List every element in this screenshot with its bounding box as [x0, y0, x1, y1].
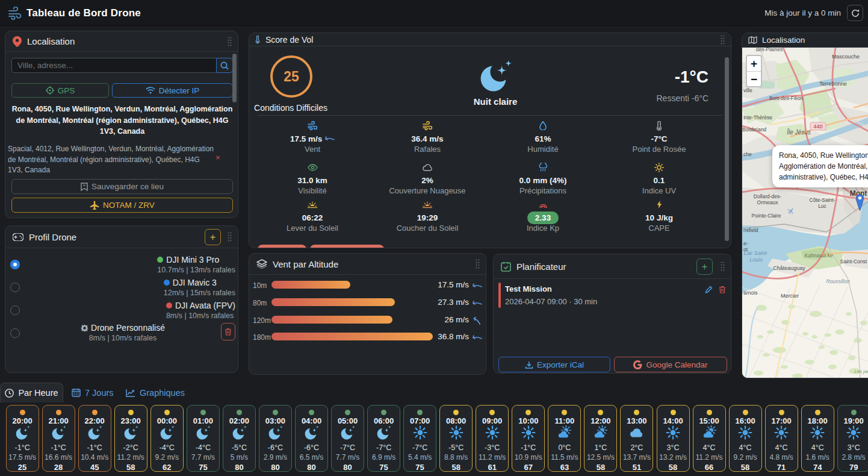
svg-text:Ormeaux: Ormeaux	[757, 199, 779, 205]
svg-text:Luc: Luc	[818, 203, 826, 209]
svg-text:Dollard-des-: Dollard-des-	[754, 193, 781, 199]
svg-text:Terrebonne: Terrebonne	[819, 81, 847, 87]
svg-text:inte-Thérèse: inte-Thérèse	[743, 114, 772, 121]
svg-text:che: che	[743, 151, 752, 157]
svg-text:Côte-Saint-: Côte-Saint-	[810, 197, 835, 203]
svg-text:arnois: arnois	[743, 290, 757, 296]
svg-text:440: 440	[813, 124, 822, 130]
svg-text:Bois-des-Filion: Bois-des-Filion	[769, 95, 803, 101]
svg-text:Kahnawà:ke: Kahnawà:ke	[805, 252, 833, 258]
svg-text:Roussillon: Roussillon	[826, 278, 849, 284]
svg-text:des-Plaines: des-Plaines	[756, 48, 783, 52]
svg-text:Boisbriand: Boisbriand	[742, 127, 766, 133]
svg-text:Châteauguay: Châteauguay	[773, 265, 805, 271]
svg-text:Île Jésus: Île Jésus	[787, 128, 810, 136]
svg-text:Pointe-Claire: Pointe-Claire	[751, 213, 781, 219]
svg-text:ville: ville	[743, 87, 752, 93]
svg-text:Les jar: Les jar	[854, 369, 868, 374]
svg-text:e-: e-	[743, 240, 748, 246]
svg-text:nsfield: nsfield	[743, 227, 758, 233]
svg-text:Mercier: Mercier	[781, 293, 799, 299]
svg-text:Louis: Louis	[749, 257, 763, 263]
svg-text:Mascouche: Mascouche	[832, 54, 860, 60]
svg-text:Saint-Const: Saint-Const	[840, 258, 867, 265]
svg-text:ot: ot	[743, 246, 748, 252]
